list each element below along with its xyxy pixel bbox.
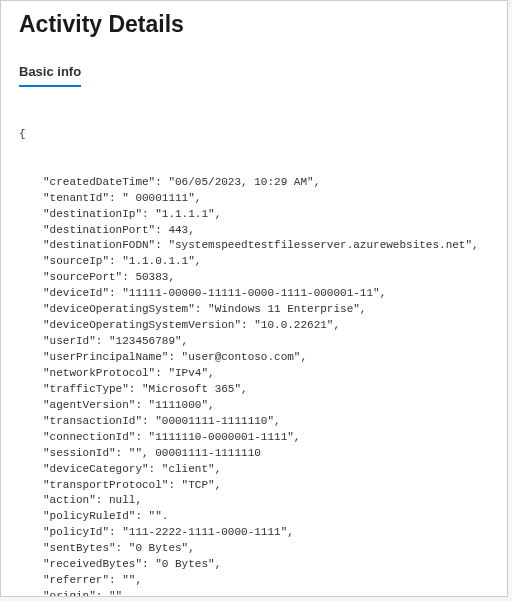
json-line: "deviceOperatingSystemVersion": "10.0.22… — [19, 318, 489, 334]
json-line: "networkProtocol": "IPv4", — [19, 366, 489, 382]
panel-header: Activity Details — [1, 1, 507, 46]
json-line: "transactionId": "00001111-1111110", — [19, 414, 489, 430]
json-line: "policyRuleId": "". — [19, 509, 489, 525]
json-line: "deviceCategory": "client", — [19, 462, 489, 478]
json-line: "userPrincipalName": "user@contoso.com", — [19, 350, 489, 366]
json-line: "deviceOperatingSystem": "Windows 11 Ent… — [19, 302, 489, 318]
json-body: { "createdDateTime": "06/05/2023, 10:29 … — [1, 87, 507, 596]
json-line: "destinationPort": 443, — [19, 223, 489, 239]
activity-details-panel: Activity Details Basic info { "createdDa… — [0, 0, 508, 597]
tab-basic-info[interactable]: Basic info — [19, 64, 81, 87]
json-line: "referrer": "", — [19, 573, 489, 589]
json-line: "destinationIp": "1.1.1.1", — [19, 207, 489, 223]
tabs-container: Basic info — [1, 46, 507, 87]
json-line: "sourceIp": "1.1.0.1.1", — [19, 254, 489, 270]
json-line: "transportProtocol": "TCP", — [19, 478, 489, 494]
json-line: "action": null, — [19, 493, 489, 509]
json-line: "policyId": "111-2222-1111-0000-1111", — [19, 525, 489, 541]
json-open-brace: { — [19, 127, 489, 143]
json-line: "sessionId": "", 00001111-1111110 — [19, 446, 489, 462]
json-lines: "createdDateTime": "06/05/2023, 10:29 AM… — [19, 175, 489, 596]
json-line: "receivedBytes": "0 Bytes", — [19, 557, 489, 573]
page-title: Activity Details — [19, 11, 489, 38]
json-line: "origin": "", — [19, 589, 489, 596]
json-line: "connectionId": "1111110-0000001-1111", — [19, 430, 489, 446]
json-line: "userId": "123456789", — [19, 334, 489, 350]
json-line: "deviceId": "11111-00000-11111-0000-1111… — [19, 286, 489, 302]
json-line: "sentBytes": "0 Bytes", — [19, 541, 489, 557]
json-line: "destinationFODN": "systemspeedtestfiles… — [19, 238, 489, 254]
json-line: "createdDateTime": "06/05/2023, 10:29 AM… — [19, 175, 489, 191]
json-line: "agentVersion": "1111000", — [19, 398, 489, 414]
json-line: "tenantId": " 00001111", — [19, 191, 489, 207]
json-line: "trafficType": "Microsoft 365", — [19, 382, 489, 398]
json-line: "sourcePort": 50383, — [19, 270, 489, 286]
